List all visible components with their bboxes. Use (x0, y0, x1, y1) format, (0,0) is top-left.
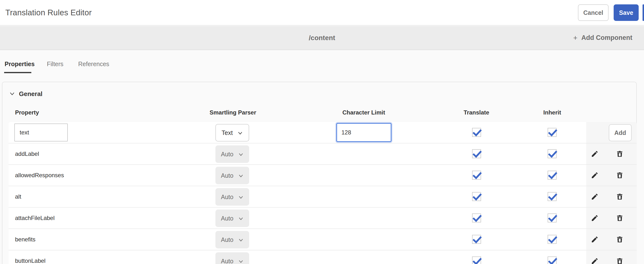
inherit-checkbox[interactable] (548, 213, 556, 222)
column-header-property: Property (15, 108, 39, 117)
chevron-down-icon (238, 131, 243, 136)
column-header-translate: Translate (464, 108, 489, 117)
edit-pencil-icon[interactable] (591, 214, 598, 222)
inherit-checkbox[interactable] (548, 256, 556, 264)
save-button[interactable]: Save (614, 4, 639, 21)
edit-pencil-icon[interactable] (591, 193, 598, 200)
edit-pencil-icon[interactable] (591, 150, 598, 158)
property-row: benefits Auto (8, 229, 637, 250)
partial-button-sliver (642, 4, 644, 21)
smartling-parser-select-disabled[interactable]: Auto (216, 188, 249, 206)
parser-selected-value: Text (222, 129, 233, 136)
rules-panel: General Property Smartling Parser Charac… (2, 82, 637, 264)
column-header-smartling-parser: Smartling Parser (210, 108, 256, 117)
cancel-button[interactable]: Cancel (578, 4, 608, 21)
trash-icon[interactable] (616, 257, 624, 264)
tab-properties[interactable]: Properties (4, 58, 35, 70)
edit-pencil-icon[interactable] (591, 257, 598, 264)
new-rule-row: Text Add (8, 122, 637, 143)
chevron-down-icon (9, 91, 15, 97)
property-name: attachFileLabel (15, 208, 55, 228)
trash-icon[interactable] (616, 150, 624, 158)
property-name: buttonLabel (15, 250, 46, 264)
chevron-down-icon (238, 173, 244, 179)
property-row: allowedResponses Auto (8, 165, 637, 186)
rules-table: Text Add addLabel Auto (8, 122, 637, 264)
content-path: /content (0, 26, 644, 50)
trash-icon[interactable] (616, 171, 624, 179)
translate-checkbox[interactable] (472, 235, 481, 244)
add-component-button[interactable]: + Add Component (573, 26, 632, 50)
parser-selected-value: Auto (221, 215, 233, 222)
property-name: alt (15, 186, 21, 207)
chevron-down-icon (238, 237, 244, 243)
parser-selected-value: Auto (221, 236, 233, 243)
add-rule-button[interactable]: Add (609, 124, 632, 141)
property-row: buttonLabel Auto (8, 250, 637, 264)
add-component-label: Add Component (581, 34, 632, 42)
parser-selected-value: Auto (221, 172, 233, 179)
translation-rules-editor: Translation Rules Editor Cancel Save /co… (0, 0, 644, 264)
translate-checkbox[interactable] (472, 213, 481, 222)
smartling-parser-select-disabled[interactable]: Auto (216, 252, 249, 264)
smartling-parser-select-disabled[interactable]: Auto (216, 231, 249, 248)
parser-selected-value: Auto (221, 151, 233, 158)
property-row: attachFileLabel Auto (8, 208, 637, 229)
tab-references[interactable]: References (78, 58, 109, 70)
top-bar: Translation Rules Editor Cancel Save (0, 0, 644, 26)
translate-checkbox[interactable] (472, 171, 481, 180)
general-section-toggle[interactable]: General (9, 89, 42, 99)
parser-selected-value: Auto (221, 193, 233, 200)
column-header-character-limit: Character Limit (342, 108, 385, 117)
inherit-checkbox[interactable] (548, 149, 556, 158)
property-name-input[interactable] (14, 123, 68, 141)
property-name: allowedResponses (15, 165, 64, 186)
parser-selected-value: Auto (221, 258, 233, 264)
translate-checkbox[interactable] (472, 149, 481, 158)
inherit-checkbox[interactable] (548, 128, 556, 137)
path-bar: /content + Add Component (0, 26, 644, 50)
trash-icon[interactable] (616, 235, 624, 243)
chevron-down-icon (238, 195, 244, 200)
smartling-parser-select-disabled[interactable]: Auto (216, 145, 249, 163)
active-tab-underline (4, 72, 31, 73)
chevron-down-icon (238, 216, 244, 221)
inherit-checkbox[interactable] (548, 235, 556, 244)
edit-pencil-icon[interactable] (591, 171, 598, 179)
inherit-checkbox[interactable] (548, 192, 556, 201)
property-name: addLabel (15, 143, 39, 164)
translate-checkbox[interactable] (472, 128, 481, 137)
tab-filters[interactable]: Filters (47, 58, 64, 70)
trash-icon[interactable] (616, 193, 624, 200)
section-title: General (19, 90, 42, 98)
edit-pencil-icon[interactable] (591, 235, 598, 243)
page-title: Translation Rules Editor (5, 0, 92, 25)
plus-icon: + (573, 34, 578, 42)
property-row: addLabel Auto (8, 143, 637, 165)
translate-checkbox[interactable] (472, 192, 481, 201)
tab-strip: Properties Filters References (0, 51, 644, 82)
smartling-parser-select-disabled[interactable]: Auto (216, 167, 249, 184)
column-header-inherit: Inherit (543, 108, 561, 117)
chevron-down-icon (238, 259, 244, 264)
smartling-parser-select-disabled[interactable]: Auto (216, 209, 249, 227)
chevron-down-icon (238, 152, 244, 157)
property-name: benefits (15, 229, 36, 250)
property-row: alt Auto (8, 186, 637, 208)
inherit-checkbox[interactable] (548, 171, 556, 180)
smartling-parser-select[interactable]: Text (216, 124, 249, 141)
trash-icon[interactable] (616, 214, 624, 222)
translate-checkbox[interactable] (472, 256, 481, 264)
character-limit-input[interactable] (336, 123, 392, 142)
